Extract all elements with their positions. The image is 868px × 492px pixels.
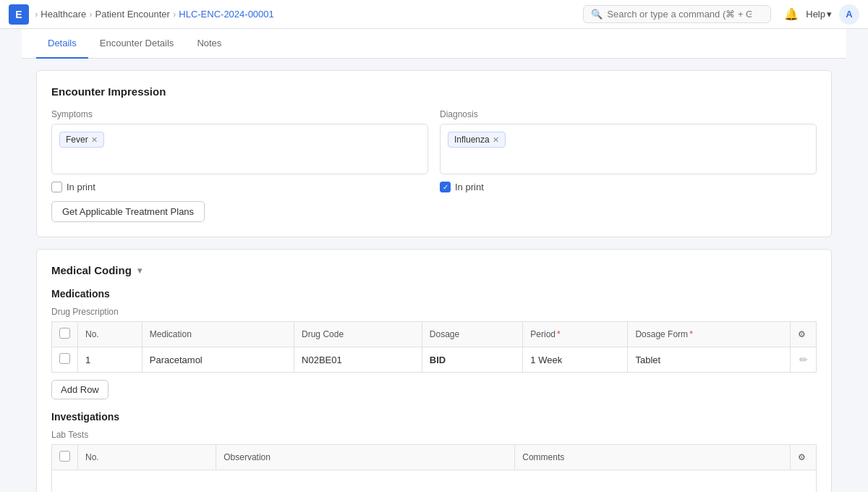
med-col-no: No. bbox=[78, 322, 142, 347]
med-row-period: 1 Week bbox=[523, 347, 628, 373]
inv-empty-row: No Data bbox=[52, 470, 817, 493]
med-header-checkbox[interactable] bbox=[59, 328, 70, 339]
diagnosis-col: Diagnosis Influenza ✕ In print bbox=[440, 109, 817, 192]
inv-empty-cell: No Data bbox=[52, 470, 817, 493]
med-col-check bbox=[52, 322, 78, 347]
diagnosis-label: Diagnosis bbox=[440, 109, 817, 119]
med-row-check[interactable] bbox=[52, 347, 78, 373]
diagnosis-inprint-checkbox[interactable] bbox=[440, 182, 451, 192]
nav-right: 🔔 Help ▾ A bbox=[784, 4, 859, 25]
add-row-button[interactable]: Add Row bbox=[51, 380, 109, 399]
symptoms-input-box[interactable]: Fever ✕ bbox=[51, 124, 428, 174]
medications-title: Medications bbox=[51, 288, 817, 300]
med-col-medication: Medication bbox=[142, 322, 294, 347]
breadcrumb-healthcare[interactable]: Healthcare bbox=[41, 9, 86, 20]
symptoms-col: Symptoms Fever ✕ In print bbox=[51, 109, 428, 192]
med-row-edit[interactable]: ✏ bbox=[791, 347, 817, 373]
medical-coding-header[interactable]: Medical Coding ▾ bbox=[51, 264, 817, 276]
app-logo: E bbox=[9, 4, 29, 25]
inv-col-observation: Observation bbox=[216, 445, 515, 470]
impression-two-col: Symptoms Fever ✕ In print Diagnosis bbox=[51, 109, 817, 192]
lab-tests-label: Lab Tests bbox=[51, 430, 817, 440]
inv-col-check bbox=[52, 445, 78, 470]
help-button[interactable]: Help ▾ bbox=[806, 9, 832, 20]
inv-header-checkbox[interactable] bbox=[59, 451, 70, 462]
symptoms-tag-remove[interactable]: ✕ bbox=[91, 135, 98, 145]
med-col-dosage: Dosage bbox=[422, 322, 523, 347]
breadcrumb-chevron-3: › bbox=[173, 9, 176, 20]
navbar: E › Healthcare › Patient Encounter › HLC… bbox=[0, 0, 868, 29]
medications-table: No. Medication Drug Code Dosage Period* … bbox=[51, 321, 817, 373]
inv-col-no: No. bbox=[78, 445, 216, 470]
investigations-table: No. Observation Comments ⚙ bbox=[51, 444, 817, 492]
symptoms-inprint-row: In print bbox=[51, 182, 428, 192]
breadcrumb: › Healthcare › Patient Encounter › HLC-E… bbox=[35, 9, 274, 20]
inv-col-settings[interactable]: ⚙ bbox=[791, 445, 817, 470]
med-row-dosage: BID bbox=[422, 347, 523, 373]
med-col-settings[interactable]: ⚙ bbox=[791, 322, 817, 347]
med-row-dosageform: Tablet bbox=[628, 347, 791, 373]
tab-details[interactable]: Details bbox=[36, 29, 88, 59]
med-table-row: 1 Paracetamol N02BE01 BID 1 Week Tablet … bbox=[52, 347, 817, 373]
medical-coding-title: Medical Coding bbox=[51, 264, 132, 276]
search-input[interactable] bbox=[607, 9, 752, 20]
diagnosis-inprint-label: In print bbox=[455, 182, 484, 192]
tabs: Details Encounter Details Notes bbox=[22, 29, 846, 59]
get-plans-button[interactable]: Get Applicable Treatment Plans bbox=[51, 201, 205, 222]
medical-coding-section: Medical Coding ▾ Medications Drug Prescr… bbox=[36, 249, 832, 492]
med-row-no: 1 bbox=[78, 347, 142, 373]
notifications-icon[interactable]: 🔔 bbox=[784, 7, 799, 21]
tab-encounter-details[interactable]: Encounter Details bbox=[88, 29, 186, 59]
encounter-impression-section: Encounter Impression Symptoms Fever ✕ In… bbox=[36, 70, 832, 237]
symptoms-tag-fever: Fever ✕ bbox=[59, 132, 104, 148]
content-area: Encounter Impression Symptoms Fever ✕ In… bbox=[22, 70, 846, 492]
med-row-medication: Paracetamol bbox=[142, 347, 294, 373]
symptoms-tag-label: Fever bbox=[66, 135, 88, 145]
med-row-drugcode: N02BE01 bbox=[294, 347, 422, 373]
search-icon: 🔍 bbox=[591, 9, 603, 20]
dosageform-required-star: * bbox=[689, 329, 693, 339]
tab-notes[interactable]: Notes bbox=[185, 29, 233, 59]
diagnosis-tag-influenza: Influenza ✕ bbox=[448, 132, 506, 148]
main-container: Details Encounter Details Notes Encounte… bbox=[22, 29, 846, 492]
symptoms-label: Symptoms bbox=[51, 109, 428, 119]
diagnosis-tag-remove[interactable]: ✕ bbox=[493, 135, 499, 145]
search-bar[interactable]: 🔍 bbox=[583, 5, 771, 23]
inv-settings-icon[interactable]: ⚙ bbox=[798, 452, 806, 462]
med-settings-icon[interactable]: ⚙ bbox=[798, 329, 806, 339]
breadcrumb-encounter-id[interactable]: HLC-ENC-2024-00001 bbox=[179, 9, 274, 20]
breadcrumb-patient-encounter[interactable]: Patient Encounter bbox=[95, 9, 170, 20]
med-row-checkbox[interactable] bbox=[59, 353, 70, 364]
investigations-subsection: Investigations Lab Tests No. Observation… bbox=[51, 411, 817, 492]
med-col-dosageform: Dosage Form* bbox=[628, 322, 791, 347]
investigations-title: Investigations bbox=[51, 411, 817, 423]
empty-state: No Data bbox=[59, 476, 809, 492]
breadcrumb-chevron-2: › bbox=[89, 9, 92, 20]
diagnosis-input-box[interactable]: Influenza ✕ bbox=[440, 124, 817, 174]
breadcrumb-chevron-1: › bbox=[35, 9, 38, 20]
med-col-period: Period* bbox=[523, 322, 628, 347]
med-col-drugcode: Drug Code bbox=[294, 322, 422, 347]
encounter-impression-title: Encounter Impression bbox=[51, 85, 817, 98]
inv-col-comments: Comments bbox=[515, 445, 791, 470]
drug-prescription-label: Drug Prescription bbox=[51, 307, 817, 317]
avatar[interactable]: A bbox=[839, 4, 859, 25]
diagnosis-tag-label: Influenza bbox=[454, 135, 490, 145]
medications-subsection: Medications Drug Prescription No. Medica… bbox=[51, 288, 817, 399]
diagnosis-inprint-row: In print bbox=[440, 182, 817, 192]
med-row-edit-icon[interactable]: ✏ bbox=[799, 354, 808, 365]
symptoms-inprint-checkbox[interactable] bbox=[51, 182, 62, 192]
help-chevron-icon: ▾ bbox=[827, 9, 832, 20]
coding-chevron-icon: ▾ bbox=[137, 266, 142, 276]
symptoms-inprint-label: In print bbox=[67, 182, 95, 192]
period-required-star: * bbox=[557, 329, 561, 339]
